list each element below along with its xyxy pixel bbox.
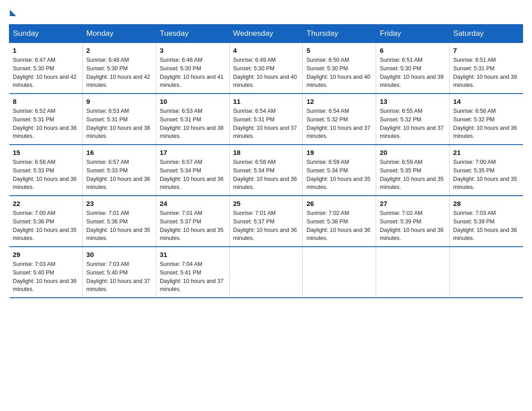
weekday-header-tuesday: Tuesday bbox=[156, 25, 229, 43]
calendar-cell: 10Sunrise: 6:53 AMSunset: 5:31 PMDayligh… bbox=[156, 94, 229, 145]
day-number: 9 bbox=[86, 98, 152, 105]
day-info: Sunrise: 7:01 AMSunset: 5:36 PMDaylight:… bbox=[86, 209, 152, 243]
day-number: 27 bbox=[380, 200, 446, 207]
day-info: Sunrise: 6:53 AMSunset: 5:31 PMDaylight:… bbox=[86, 107, 152, 141]
calendar-cell: 8Sunrise: 6:52 AMSunset: 5:31 PMDaylight… bbox=[9, 94, 83, 145]
day-number: 11 bbox=[233, 98, 299, 105]
calendar-cell: 29Sunrise: 7:03 AMSunset: 5:40 PMDayligh… bbox=[9, 247, 83, 298]
calendar-cell bbox=[229, 247, 303, 298]
day-info: Sunrise: 6:55 AMSunset: 5:32 PMDaylight:… bbox=[380, 107, 446, 141]
calendar-cell: 3Sunrise: 6:48 AMSunset: 5:30 PMDaylight… bbox=[156, 43, 229, 94]
calendar-cell: 31Sunrise: 7:04 AMSunset: 5:41 PMDayligh… bbox=[156, 247, 229, 298]
calendar-cell: 1Sunrise: 6:47 AMSunset: 5:30 PMDaylight… bbox=[9, 43, 83, 94]
weekday-header-friday: Friday bbox=[376, 25, 450, 43]
weekday-header-row: SundayMondayTuesdayWednesdayThursdayFrid… bbox=[9, 25, 523, 43]
day-number: 18 bbox=[233, 149, 299, 156]
calendar-week-row: 29Sunrise: 7:03 AMSunset: 5:40 PMDayligh… bbox=[9, 247, 523, 298]
day-number: 7 bbox=[453, 47, 519, 54]
day-info: Sunrise: 6:51 AMSunset: 5:31 PMDaylight:… bbox=[453, 56, 519, 90]
day-info: Sunrise: 6:56 AMSunset: 5:33 PMDaylight:… bbox=[13, 158, 79, 192]
day-info: Sunrise: 6:47 AMSunset: 5:30 PMDaylight:… bbox=[13, 56, 79, 90]
day-info: Sunrise: 6:54 AMSunset: 5:31 PMDaylight:… bbox=[233, 107, 299, 141]
day-number: 1 bbox=[13, 47, 79, 54]
calendar-cell: 22Sunrise: 7:00 AMSunset: 5:36 PMDayligh… bbox=[9, 196, 83, 247]
weekday-header-thursday: Thursday bbox=[303, 25, 376, 43]
day-number: 6 bbox=[380, 47, 446, 54]
day-number: 22 bbox=[13, 200, 79, 207]
day-number: 23 bbox=[86, 200, 152, 207]
calendar-cell: 16Sunrise: 6:57 AMSunset: 5:33 PMDayligh… bbox=[82, 145, 156, 196]
calendar-cell: 4Sunrise: 6:49 AMSunset: 5:30 PMDaylight… bbox=[229, 43, 303, 94]
day-info: Sunrise: 6:48 AMSunset: 5:30 PMDaylight:… bbox=[160, 56, 226, 90]
calendar-cell: 28Sunrise: 7:03 AMSunset: 5:39 PMDayligh… bbox=[450, 196, 523, 247]
day-info: Sunrise: 6:56 AMSunset: 5:32 PMDaylight:… bbox=[453, 107, 519, 141]
calendar-cell: 21Sunrise: 7:00 AMSunset: 5:35 PMDayligh… bbox=[450, 145, 523, 196]
calendar-cell: 24Sunrise: 7:01 AMSunset: 5:37 PMDayligh… bbox=[156, 196, 229, 247]
day-number: 2 bbox=[86, 47, 152, 54]
day-info: Sunrise: 7:01 AMSunset: 5:37 PMDaylight:… bbox=[160, 209, 226, 243]
day-info: Sunrise: 6:59 AMSunset: 5:34 PMDaylight:… bbox=[306, 158, 372, 192]
day-number: 8 bbox=[13, 98, 79, 105]
calendar-cell: 5Sunrise: 6:50 AMSunset: 5:30 PMDaylight… bbox=[303, 43, 376, 94]
day-info: Sunrise: 7:04 AMSunset: 5:41 PMDaylight:… bbox=[160, 260, 226, 294]
day-number: 16 bbox=[86, 149, 152, 156]
calendar-cell: 2Sunrise: 6:48 AMSunset: 5:30 PMDaylight… bbox=[82, 43, 156, 94]
day-number: 31 bbox=[160, 251, 226, 258]
calendar-table: SundayMondayTuesdayWednesdayThursdayFrid… bbox=[9, 24, 523, 298]
calendar-cell: 14Sunrise: 6:56 AMSunset: 5:32 PMDayligh… bbox=[450, 94, 523, 145]
day-number: 3 bbox=[160, 47, 226, 54]
calendar-cell: 6Sunrise: 6:51 AMSunset: 5:30 PMDaylight… bbox=[376, 43, 450, 94]
day-info: Sunrise: 6:52 AMSunset: 5:31 PMDaylight:… bbox=[13, 107, 79, 141]
calendar-cell: 30Sunrise: 7:03 AMSunset: 5:40 PMDayligh… bbox=[82, 247, 156, 298]
weekday-header-monday: Monday bbox=[82, 25, 156, 43]
day-number: 19 bbox=[306, 149, 372, 156]
calendar-cell bbox=[450, 247, 523, 298]
day-number: 17 bbox=[160, 149, 226, 156]
calendar-cell: 13Sunrise: 6:55 AMSunset: 5:32 PMDayligh… bbox=[376, 94, 450, 145]
calendar-cell: 23Sunrise: 7:01 AMSunset: 5:36 PMDayligh… bbox=[82, 196, 156, 247]
calendar-week-row: 15Sunrise: 6:56 AMSunset: 5:33 PMDayligh… bbox=[9, 145, 523, 196]
day-info: Sunrise: 6:51 AMSunset: 5:30 PMDaylight:… bbox=[380, 56, 446, 90]
calendar-cell: 11Sunrise: 6:54 AMSunset: 5:31 PMDayligh… bbox=[229, 94, 303, 145]
calendar-cell: 27Sunrise: 7:02 AMSunset: 5:39 PMDayligh… bbox=[376, 196, 450, 247]
day-number: 12 bbox=[306, 98, 372, 105]
day-info: Sunrise: 7:03 AMSunset: 5:40 PMDaylight:… bbox=[86, 260, 152, 294]
logo bbox=[9, 9, 17, 15]
logo-arrow-icon bbox=[10, 10, 16, 16]
calendar-cell: 25Sunrise: 7:01 AMSunset: 5:37 PMDayligh… bbox=[229, 196, 303, 247]
day-number: 24 bbox=[160, 200, 226, 207]
day-number: 10 bbox=[160, 98, 226, 105]
calendar-cell: 18Sunrise: 6:58 AMSunset: 5:34 PMDayligh… bbox=[229, 145, 303, 196]
weekday-header-sunday: Sunday bbox=[9, 25, 83, 43]
page-header bbox=[9, 9, 523, 15]
calendar-cell: 15Sunrise: 6:56 AMSunset: 5:33 PMDayligh… bbox=[9, 145, 83, 196]
day-number: 14 bbox=[453, 98, 519, 105]
day-info: Sunrise: 7:00 AMSunset: 5:35 PMDaylight:… bbox=[453, 158, 519, 192]
day-info: Sunrise: 7:01 AMSunset: 5:37 PMDaylight:… bbox=[233, 209, 299, 243]
day-info: Sunrise: 6:53 AMSunset: 5:31 PMDaylight:… bbox=[160, 107, 226, 141]
day-info: Sunrise: 7:03 AMSunset: 5:40 PMDaylight:… bbox=[13, 260, 79, 294]
day-info: Sunrise: 6:57 AMSunset: 5:33 PMDaylight:… bbox=[86, 158, 152, 192]
day-info: Sunrise: 6:54 AMSunset: 5:32 PMDaylight:… bbox=[306, 107, 372, 141]
day-number: 26 bbox=[306, 200, 372, 207]
day-info: Sunrise: 6:48 AMSunset: 5:30 PMDaylight:… bbox=[86, 56, 152, 90]
day-number: 28 bbox=[453, 200, 519, 207]
day-info: Sunrise: 6:49 AMSunset: 5:30 PMDaylight:… bbox=[233, 56, 299, 90]
day-number: 25 bbox=[233, 200, 299, 207]
calendar-cell: 17Sunrise: 6:57 AMSunset: 5:34 PMDayligh… bbox=[156, 145, 229, 196]
calendar-cell: 9Sunrise: 6:53 AMSunset: 5:31 PMDaylight… bbox=[82, 94, 156, 145]
day-number: 21 bbox=[453, 149, 519, 156]
day-number: 4 bbox=[233, 47, 299, 54]
calendar-cell bbox=[376, 247, 450, 298]
day-number: 5 bbox=[306, 47, 372, 54]
day-info: Sunrise: 7:02 AMSunset: 5:38 PMDaylight:… bbox=[306, 209, 372, 243]
day-number: 30 bbox=[86, 251, 152, 258]
calendar-cell bbox=[303, 247, 376, 298]
calendar-cell: 19Sunrise: 6:59 AMSunset: 5:34 PMDayligh… bbox=[303, 145, 376, 196]
day-info: Sunrise: 6:50 AMSunset: 5:30 PMDaylight:… bbox=[306, 56, 372, 90]
day-info: Sunrise: 6:59 AMSunset: 5:35 PMDaylight:… bbox=[380, 158, 446, 192]
day-number: 15 bbox=[13, 149, 79, 156]
calendar-cell: 7Sunrise: 6:51 AMSunset: 5:31 PMDaylight… bbox=[450, 43, 523, 94]
day-number: 29 bbox=[13, 251, 79, 258]
calendar-week-row: 22Sunrise: 7:00 AMSunset: 5:36 PMDayligh… bbox=[9, 196, 523, 247]
